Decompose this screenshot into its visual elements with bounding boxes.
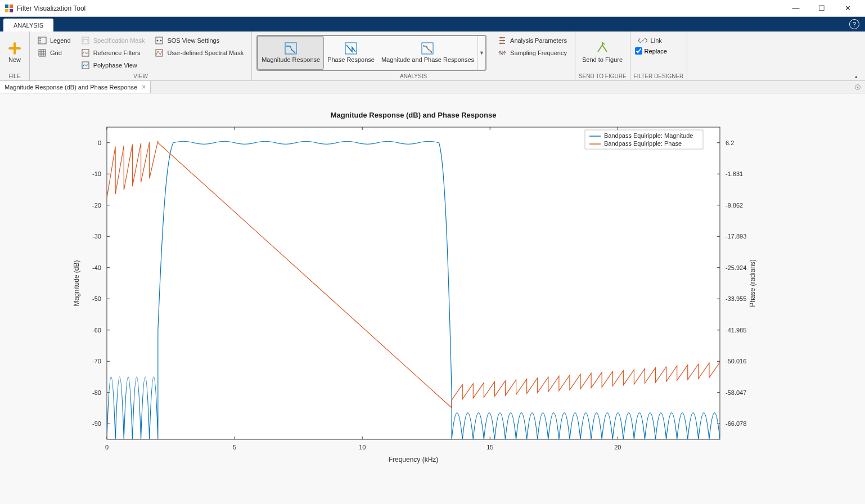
titlebar: Filter Visualization Tool — ☐ ✕ xyxy=(0,0,865,17)
minimize-button[interactable]: — xyxy=(783,0,809,17)
svg-text:-41.985: -41.985 xyxy=(726,327,746,334)
svg-point-13 xyxy=(160,40,162,42)
sampling-freq-button[interactable]: Sampling Frequency xyxy=(494,47,570,58)
svg-text:-80: -80 xyxy=(92,389,101,396)
grid-icon xyxy=(38,48,47,57)
svg-point-20 xyxy=(500,43,502,44)
polyphase-button[interactable]: Polyphase View xyxy=(78,60,148,71)
svg-text:Bandpass Equiripple: Phase: Bandpass Equiripple: Phase xyxy=(604,140,682,147)
link-button[interactable]: Link xyxy=(635,35,667,46)
grid-button[interactable]: Grid xyxy=(34,47,74,58)
svg-text:-40: -40 xyxy=(92,264,101,271)
legend-button[interactable]: Legend xyxy=(34,35,74,46)
svg-text:-60: -60 xyxy=(92,327,101,334)
ref-filters-button[interactable]: Reference Filters xyxy=(78,47,148,58)
ref-filters-icon xyxy=(81,48,90,57)
close-button[interactable]: ✕ xyxy=(835,0,861,17)
svg-text:10: 10 xyxy=(359,444,366,451)
magnitude-response-button[interactable]: Magnitude Response xyxy=(258,36,324,70)
tab-analysis[interactable]: ANALYSIS xyxy=(3,19,53,32)
ribbon-tab-bar: ANALYSIS ? xyxy=(0,17,865,32)
spec-mask-icon xyxy=(81,36,90,45)
help-button[interactable]: ? xyxy=(849,19,859,29)
user-mask-icon xyxy=(155,48,164,57)
svg-text:-50.016: -50.016 xyxy=(726,358,746,364)
phase-icon xyxy=(344,42,358,55)
svg-rect-27 xyxy=(107,127,720,439)
svg-text:0: 0 xyxy=(105,444,109,451)
group-send-figure: Send to Figure SEND TO FIGURE xyxy=(575,32,630,80)
svg-text:-70: -70 xyxy=(92,358,101,364)
polyphase-icon xyxy=(81,61,90,70)
svg-text:5: 5 xyxy=(233,444,236,451)
svg-text:-10: -10 xyxy=(92,170,101,177)
svg-text:-1.831: -1.831 xyxy=(726,170,743,177)
svg-point-18 xyxy=(501,37,502,39)
svg-text:-90: -90 xyxy=(92,420,101,427)
svg-text:-30: -30 xyxy=(92,233,101,240)
svg-text:-9.862: -9.862 xyxy=(726,202,743,209)
svg-rect-2 xyxy=(5,9,8,12)
chart-figure[interactable]: Magnitude Response (dB) and Phase Respon… xyxy=(0,93,865,504)
send-figure-icon xyxy=(596,42,609,55)
new-icon xyxy=(8,42,21,55)
new-button[interactable]: New xyxy=(3,34,26,72)
mag-phase-button[interactable]: Magnitude and Phase Responses xyxy=(378,36,477,70)
group-analysis: Magnitude Response Phase Response Magnit… xyxy=(252,32,575,80)
svg-rect-3 xyxy=(10,9,13,12)
svg-text:-50: -50 xyxy=(92,295,101,302)
svg-rect-1 xyxy=(10,4,13,8)
group-file: New FILE xyxy=(0,32,30,80)
window-title: Filter Visualization Tool xyxy=(17,4,783,12)
svg-text:-20: -20 xyxy=(92,202,101,209)
plot-area: Magnitude Response (dB) and Phase Respon… xyxy=(0,93,865,504)
svg-text:20: 20 xyxy=(614,444,621,451)
maximize-button[interactable]: ☐ xyxy=(809,0,835,17)
phase-response-button[interactable]: Phase Response xyxy=(324,36,378,70)
user-mask-button[interactable]: User-defined Spectral Mask xyxy=(151,47,247,58)
doc-tabs-gear-icon[interactable] xyxy=(854,81,862,93)
svg-point-19 xyxy=(503,40,504,42)
svg-text:Bandpass Equiripple: Magnitude: Bandpass Equiripple: Magnitude xyxy=(604,132,693,139)
sampling-icon xyxy=(498,48,507,57)
doc-tab-active[interactable]: Magnitude Response (dB) and Phase Respon… xyxy=(0,81,151,93)
document-tabs: Magnitude Response (dB) and Phase Respon… xyxy=(0,81,865,93)
svg-text:-25.924: -25.924 xyxy=(726,264,746,271)
sos-settings-button[interactable]: SOS View Settings xyxy=(151,35,247,46)
group-view: Legend Grid Specification Mask Reference… xyxy=(30,32,252,80)
sos-icon xyxy=(155,36,164,45)
analysis-params-button[interactable]: Analysis Parameters xyxy=(494,35,570,46)
svg-text:Phase (radians): Phase (radians) xyxy=(749,259,756,307)
minimize-ribbon-button[interactable]: ▴ xyxy=(850,74,862,79)
legend-icon xyxy=(38,36,47,45)
params-icon xyxy=(498,36,507,45)
svg-text:0: 0 xyxy=(98,140,101,146)
svg-text:15: 15 xyxy=(486,444,493,451)
close-icon[interactable]: × xyxy=(142,83,146,91)
spec-mask-button: Specification Mask xyxy=(78,35,148,46)
svg-text:Magnitude (dB): Magnitude (dB) xyxy=(73,260,80,306)
link-icon xyxy=(638,36,647,45)
svg-text:Magnitude Response (dB) and Ph: Magnitude Response (dB) and Phase Respon… xyxy=(331,111,497,119)
mag-phase-icon xyxy=(421,42,434,55)
analysis-dropdown[interactable]: ▼ xyxy=(477,36,485,70)
svg-text:-33.955: -33.955 xyxy=(726,295,746,302)
send-to-figure-button[interactable]: Send to Figure xyxy=(579,34,626,72)
svg-text:Frequency (kHz): Frequency (kHz) xyxy=(389,456,439,464)
doc-tab-label: Magnitude Response (dB) and Phase Respon… xyxy=(4,84,137,91)
svg-rect-16 xyxy=(345,43,357,54)
magnitude-icon xyxy=(284,42,298,55)
toolstrip: New FILE Legend Grid Specification Mask … xyxy=(0,32,865,81)
group-filter-designer: Link Replace FILTER DESIGNER xyxy=(630,32,688,80)
app-icon xyxy=(4,4,13,13)
replace-checkbox[interactable]: Replace xyxy=(635,47,667,55)
svg-text:-66.078: -66.078 xyxy=(726,420,746,427)
svg-point-12 xyxy=(157,40,159,42)
svg-text:6.2: 6.2 xyxy=(726,140,734,146)
svg-text:-58.047: -58.047 xyxy=(726,389,746,396)
svg-rect-0 xyxy=(5,4,8,8)
svg-text:-17.893: -17.893 xyxy=(726,233,746,240)
svg-point-25 xyxy=(857,86,859,88)
